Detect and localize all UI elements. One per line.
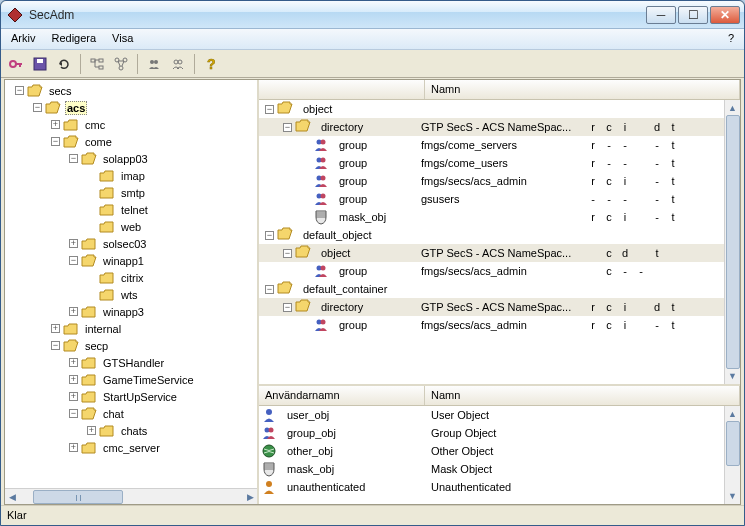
tree-node-label[interactable]: smtp [119,187,147,199]
vscroll-thumb[interactable] [726,421,740,466]
detail-row[interactable]: groupgsusers----t [259,190,740,208]
vscroll-up-icon[interactable]: ▲ [726,101,740,115]
tree-node[interactable]: web [7,218,257,235]
expand-toggle[interactable]: − [265,231,274,240]
expand-toggle[interactable]: + [69,375,78,384]
toolbar-help-icon[interactable]: ? [200,53,222,75]
tree-node-label[interactable]: acs [65,101,87,115]
tree-node-label[interactable]: solapp03 [101,153,150,165]
tree-node[interactable]: +winapp3 [7,303,257,320]
expand-toggle[interactable]: + [69,358,78,367]
toolbar-tree-icon[interactable] [86,53,108,75]
menu-redigera[interactable]: Redigera [43,29,104,49]
expand-toggle[interactable]: − [283,249,292,258]
tree-node-label[interactable]: cmc [83,119,107,131]
tree-node-label[interactable]: telnet [119,204,150,216]
toolbar-users-icon[interactable] [143,53,165,75]
tree-node[interactable]: −solapp03 [7,150,257,167]
menu-arkiv[interactable]: Arkiv [3,29,43,49]
toolbar-save-icon[interactable] [29,53,51,75]
menu-help[interactable]: ? [720,29,742,49]
detail-row[interactable]: groupfmgs/come_serversr---t [259,136,740,154]
tree-node-label[interactable]: citrix [119,272,146,284]
expand-toggle[interactable]: − [283,123,292,132]
user-row[interactable]: mask_objMask Object [259,460,740,478]
tree-node-label[interactable]: GameTimeService [101,374,196,386]
tree-node-label[interactable]: chats [119,425,149,437]
toolbar-refresh-icon[interactable] [53,53,75,75]
tree-node-label[interactable]: secs [47,85,74,97]
expand-toggle[interactable]: − [265,285,274,294]
tree-node[interactable]: −acs [7,99,257,116]
detail-vscroll[interactable]: ▲ ▼ [724,100,740,384]
expand-toggle[interactable] [87,205,96,214]
tree-node-label[interactable]: solsec03 [101,238,148,250]
vscroll-up-icon[interactable]: ▲ [726,407,740,421]
close-button[interactable]: ✕ [710,6,740,24]
tree-node[interactable]: −secp [7,337,257,354]
toolbar-users2-icon[interactable] [167,53,189,75]
titlebar[interactable]: SecAdm ─ ☐ ✕ [1,1,744,29]
detail-row[interactable]: −default_object [259,226,740,244]
col-namn[interactable]: Namn [425,80,740,99]
expand-toggle[interactable]: + [51,120,60,129]
detail-row[interactable]: −objectGTP SecS - ACS NameSpac...cdt [259,244,740,262]
expand-toggle[interactable]: + [69,307,78,316]
expand-toggle[interactable]: − [15,86,24,95]
expand-toggle[interactable]: + [51,324,60,333]
toolbar-network-icon[interactable] [110,53,132,75]
user-row[interactable]: user_objUser Object [259,406,740,424]
bottom-body[interactable]: user_objUser Objectgroup_objGroup Object… [259,406,740,504]
tree-node-label[interactable]: winapp3 [101,306,146,318]
detail-row[interactable]: groupfmgs/secs/acs_adminrci-t [259,172,740,190]
tree-node[interactable]: −secs [7,82,257,99]
expand-toggle[interactable]: + [87,426,96,435]
expand-toggle[interactable] [87,188,96,197]
tree-node[interactable]: −chat [7,405,257,422]
detail-row[interactable]: −directoryGTP SecS - ACS NameSpac...rcid… [259,298,740,316]
tree-node[interactable]: citrix [7,269,257,286]
tree-node[interactable]: +internal [7,320,257,337]
user-row[interactable]: other_objOther Object [259,442,740,460]
expand-toggle[interactable]: − [69,409,78,418]
expand-toggle[interactable]: + [69,239,78,248]
tree-node[interactable]: +chats [7,422,257,439]
tree-node-label[interactable]: internal [83,323,123,335]
tree-node[interactable]: imap [7,167,257,184]
tree-node-label[interactable]: chat [101,408,126,420]
col-blank[interactable] [259,80,425,99]
detail-row[interactable]: −directoryGTP SecS - ACS NameSpac...rcid… [259,118,740,136]
detail-row[interactable]: groupfmgs/secs/acs_adminc-- [259,262,740,280]
tree-node[interactable]: +cmc [7,116,257,133]
tree-node[interactable]: wts [7,286,257,303]
minimize-button[interactable]: ─ [646,6,676,24]
expand-toggle[interactable]: − [69,256,78,265]
expand-toggle[interactable] [87,290,96,299]
vscroll-thumb[interactable] [726,115,740,369]
tree-node-label[interactable]: come [83,136,114,148]
user-row[interactable]: group_objGroup Object [259,424,740,442]
maximize-button[interactable]: ☐ [678,6,708,24]
tree-node-label[interactable]: cmc_server [101,442,162,454]
expand-toggle[interactable]: − [265,105,274,114]
tree-node[interactable]: −come [7,133,257,150]
expand-toggle[interactable] [87,171,96,180]
tree-node[interactable]: telnet [7,201,257,218]
detail-row[interactable]: −object [259,100,740,118]
toolbar-key-icon[interactable] [5,53,27,75]
tree-node[interactable]: +StartUpService [7,388,257,405]
user-row[interactable]: unauthenticatedUnauthenticated [259,478,740,496]
tree-node[interactable]: +solsec03 [7,235,257,252]
tree-node-label[interactable]: web [119,221,143,233]
tree-node[interactable]: +GTSHandler [7,354,257,371]
tree-node-label[interactable]: wts [119,289,140,301]
expand-toggle[interactable]: + [69,443,78,452]
detail-body[interactable]: −object−directoryGTP SecS - ACS NameSpac… [259,100,740,384]
detail-row[interactable]: groupfmgs/come_usersr---t [259,154,740,172]
tree-body[interactable]: −secs−acs+cmc−come−solapp03imapsmtptelne… [5,80,257,488]
expand-toggle[interactable]: − [33,103,42,112]
hscroll-right-icon[interactable]: ▶ [243,492,257,502]
col-user[interactable]: Användarnamn [259,386,425,405]
expand-toggle[interactable] [87,273,96,282]
vscroll-down-icon[interactable]: ▼ [726,369,740,383]
